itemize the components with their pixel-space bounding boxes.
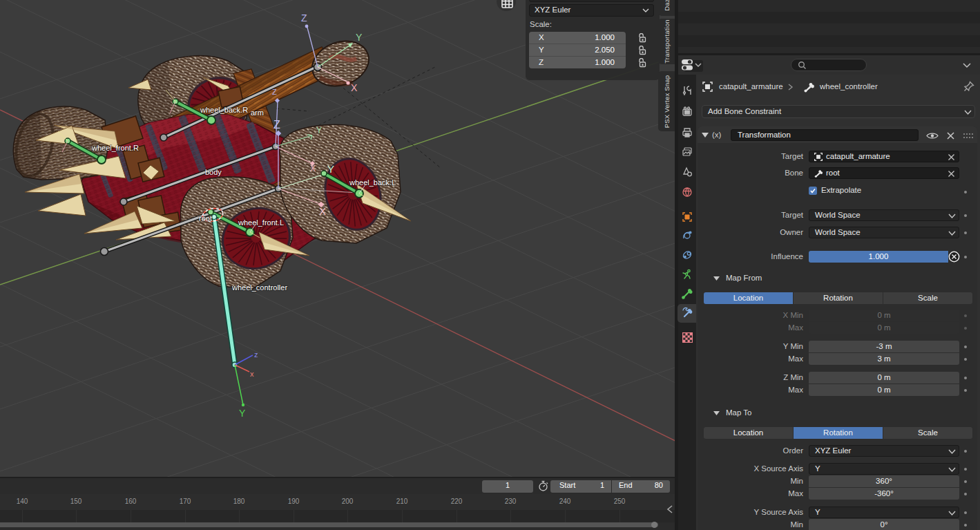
svg-text:arm: arm [251, 108, 264, 117]
svg-text:x: x [250, 370, 254, 378]
svg-text:wheel_front.R: wheel_front.R [91, 144, 139, 152]
svg-text:Y: Y [327, 163, 334, 175]
svg-text:Z: Z [273, 119, 280, 131]
svg-text:wheel_back.L: wheel_back.L [349, 178, 396, 187]
svg-text:wheel_front.L: wheel_front.L [238, 218, 284, 227]
svg-text:X: X [310, 164, 316, 173]
svg-text:body: body [205, 168, 222, 176]
svg-text:Z: Z [272, 88, 277, 96]
svg-text:Y: Y [316, 126, 322, 135]
svg-text:wheel_controller: wheel_controller [231, 283, 287, 292]
svg-text:Y: Y [239, 408, 246, 419]
svg-text:X: X [319, 205, 326, 217]
svg-text:Y: Y [356, 32, 363, 43]
svg-text:wheel_back.R: wheel_back.R [200, 106, 248, 114]
svg-text:root: root [199, 214, 212, 223]
svg-text:Z: Z [301, 12, 307, 23]
svg-text:z: z [254, 350, 258, 359]
svg-text:X: X [351, 82, 358, 93]
